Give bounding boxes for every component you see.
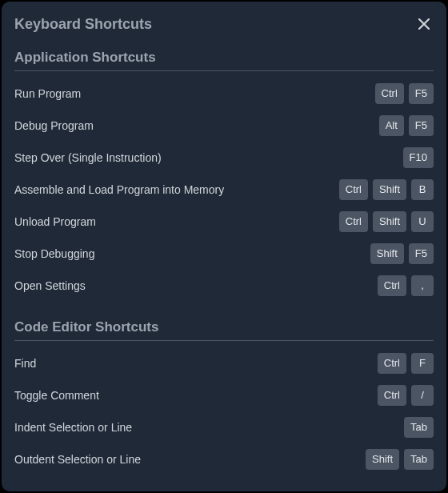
key: Ctrl — [339, 179, 368, 200]
shortcut-row: Debug Program Alt F5 — [14, 110, 434, 142]
key: Ctrl — [339, 211, 368, 232]
key: Shift — [373, 179, 406, 200]
close-icon — [418, 18, 430, 30]
key: Shift — [373, 211, 406, 232]
key: Alt — [379, 115, 404, 136]
shortcut-row: Run Program Ctrl F5 — [14, 78, 434, 110]
section-code-editor-shortcuts: Code Editor Shortcuts Find Ctrl F Toggle… — [14, 319, 434, 475]
shortcut-label: Outdent Selection or Line — [14, 453, 141, 466]
shortcut-row: Find Ctrl F — [14, 347, 434, 379]
shortcut-keys: Ctrl Shift B — [339, 179, 434, 200]
shortcut-keys: Tab — [404, 417, 434, 438]
close-button[interactable] — [414, 14, 434, 34]
shortcut-label: Open Settings — [14, 279, 86, 292]
shortcut-row: Open Settings Ctrl , — [14, 270, 434, 302]
section-title: Application Shortcuts — [14, 50, 434, 66]
shortcut-label: Assemble and Load Program into Memory — [14, 183, 224, 196]
shortcut-row: Toggle Comment Ctrl / — [14, 379, 434, 411]
key: Tab — [404, 449, 434, 470]
key: / — [411, 385, 434, 406]
shortcut-keys: Ctrl , — [378, 275, 434, 296]
shortcut-label: Run Program — [14, 87, 81, 100]
key: Ctrl — [375, 83, 404, 104]
key: F5 — [409, 243, 434, 264]
shortcut-row: Outdent Selection or Line Shift Tab — [14, 443, 434, 475]
divider — [14, 340, 434, 341]
key: Ctrl — [378, 385, 406, 406]
shortcut-row: Step Over (Single Instruction) F10 — [14, 142, 434, 174]
key: U — [411, 211, 434, 232]
key: Shift — [370, 243, 404, 264]
shortcut-keys: Ctrl Shift U — [339, 211, 434, 232]
shortcut-keys: Ctrl / — [378, 385, 434, 406]
shortcut-row: Unload Program Ctrl Shift U — [14, 206, 434, 238]
key: Shift — [366, 449, 399, 470]
shortcut-label: Step Over (Single Instruction) — [14, 151, 162, 164]
key: F5 — [409, 115, 434, 136]
shortcut-row: Stop Debugging Shift F5 — [14, 238, 434, 270]
section-application-shortcuts: Application Shortcuts Run Program Ctrl F… — [14, 50, 434, 302]
section-title: Code Editor Shortcuts — [14, 319, 434, 335]
key: Tab — [404, 417, 434, 438]
shortcut-label: Debug Program — [14, 119, 94, 132]
shortcut-label: Toggle Comment — [14, 389, 99, 402]
shortcut-keys: Alt F5 — [379, 115, 434, 136]
shortcut-keys: Shift Tab — [366, 449, 434, 470]
shortcut-label: Stop Debugging — [14, 247, 94, 260]
key: Ctrl — [378, 353, 406, 374]
shortcut-label: Unload Program — [14, 215, 96, 228]
modal-header: Keyboard Shortcuts — [14, 14, 434, 34]
key: Ctrl — [378, 275, 406, 296]
shortcut-label: Find — [14, 357, 36, 370]
key: B — [411, 179, 434, 200]
modal-title: Keyboard Shortcuts — [14, 16, 152, 33]
keyboard-shortcuts-modal: Keyboard Shortcuts Application Shortcuts… — [2, 2, 446, 491]
key: F10 — [403, 147, 434, 168]
shortcut-keys: Shift F5 — [370, 243, 434, 264]
shortcut-keys: Ctrl F5 — [375, 83, 434, 104]
shortcut-row: Indent Selection or Line Tab — [14, 411, 434, 443]
shortcut-row: Assemble and Load Program into Memory Ct… — [14, 174, 434, 206]
shortcut-label: Indent Selection or Line — [14, 421, 132, 434]
divider — [14, 70, 434, 71]
key: F — [411, 353, 434, 374]
key: , — [411, 275, 434, 296]
shortcut-keys: F10 — [403, 147, 434, 168]
shortcut-keys: Ctrl F — [378, 353, 434, 374]
key: F5 — [409, 83, 434, 104]
